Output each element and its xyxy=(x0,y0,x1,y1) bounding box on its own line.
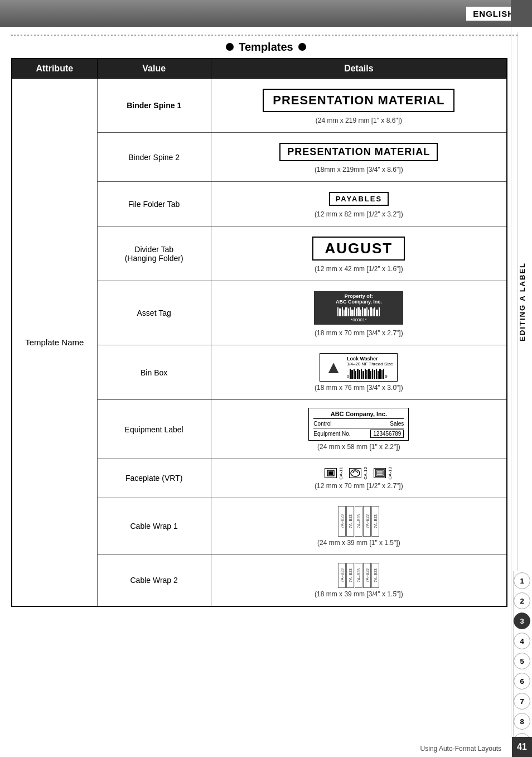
cable-strip2-2: 7A–B23 xyxy=(346,563,354,588)
details-equipment: ABC Company, Inc. Control Sales Equipmen… xyxy=(211,400,507,459)
value-filefolder: File Folder Tab xyxy=(97,182,211,226)
value-faceplate: Faceplate (VRT) xyxy=(97,459,211,498)
cable-strip-1: 7A–B23 xyxy=(338,506,346,537)
page-number: 41 xyxy=(512,737,532,757)
sidebar-num-2[interactable]: 2 xyxy=(514,592,530,609)
sidebar-num-5[interactable]: 5 xyxy=(514,653,530,669)
size-asset: (18 mm x 70 mm [3/4" x 2.7"]) xyxy=(217,329,501,337)
details-binder2: PRESENTATION MATERIAL (18mm x 219mm [3/4… xyxy=(211,133,507,182)
preview-binder2: PRESENTATION MATERIAL xyxy=(279,143,438,161)
preview-filefolder: PAYABLES xyxy=(329,192,389,206)
col-header-value: Value xyxy=(97,59,211,79)
size-binder1: (24 mm x 219 mm [1" x 8.6"]) xyxy=(217,117,501,124)
preview-asset: Property of:ABC Company, Inc. xyxy=(314,291,403,325)
top-header: ENGLISH xyxy=(0,0,532,27)
bullet-right xyxy=(298,43,306,51)
faceplate-icon-1 xyxy=(325,468,337,478)
size-cablewrap2: (18 mm x 39 mm [3/4" x 1.5"]) xyxy=(217,590,501,598)
cable-strip-2: 7A–B23 xyxy=(346,506,354,537)
cable-strip2-1: 7A–B23 xyxy=(338,563,346,588)
table-row: Template Name Binder Spine 1 PRESENTATIO… xyxy=(12,79,507,133)
bottom-caption: Using Auto-Format Layouts xyxy=(420,745,501,753)
value-cablewrap1: Cable Wrap 1 xyxy=(97,498,211,555)
size-binbox: (18 mm x 76 mm [3/4" x 3.0"]) xyxy=(217,384,501,392)
sidebar-num-8[interactable]: 8 xyxy=(514,713,530,730)
value-cablewrap2: Cable Wrap 2 xyxy=(97,555,211,606)
details-asset: Property of:ABC Company, Inc. xyxy=(211,281,507,345)
value-binder1: Binder Spine 1 xyxy=(97,79,211,133)
size-faceplate: (12 mm x 70 mm [1/2" x 2.7"]) xyxy=(217,482,501,490)
preview-equipment: ABC Company, Inc. Control Sales Equipmen… xyxy=(308,408,409,441)
page-title-row: Templates xyxy=(0,41,532,54)
details-cablewrap2: 7A–B23 7A–B23 7A–B23 7A–B23 7A–B23 (18 m… xyxy=(211,555,507,606)
page-title: Templates xyxy=(239,41,293,53)
equip-num-row: Equipment No. 123456789 xyxy=(313,428,404,438)
details-binbox: ▲ Lock Washer 1/4–20 NF Thread Size 0 xyxy=(211,345,507,400)
details-faceplate: CA-11 CA-12 xyxy=(211,459,507,498)
value-binder2: Binder Spine 2 xyxy=(97,133,211,182)
details-divider: AUGUST (12 mm x 42 mm [1/2" x 1.6"]) xyxy=(211,226,507,281)
binbox-barcode: 0 xyxy=(347,368,393,379)
sidebar-num-6[interactable]: 6 xyxy=(514,673,530,690)
cable-strip2-3: 7A–B23 xyxy=(355,563,362,588)
col-header-details: Details xyxy=(211,59,507,79)
faceplate-icon-3 xyxy=(374,468,386,478)
preview-divider: AUGUST xyxy=(312,237,405,261)
col-header-attribute: Attribute xyxy=(12,59,97,79)
size-divider: (12 mm x 42 mm [1/2" x 1.6"]) xyxy=(217,265,501,273)
sidebar-num-1[interactable]: 1 xyxy=(514,572,530,589)
size-cablewrap1: (24 mm x 39 mm [1" x 1.5"]) xyxy=(217,539,501,547)
details-cablewrap1: 7A–B23 7A–B23 7A–B23 7A–B23 7A–B23 (24 m… xyxy=(211,498,507,555)
sidebar-num-3[interactable]: 3 xyxy=(514,613,530,629)
faceplate-icon-2 xyxy=(349,468,361,478)
svg-rect-1 xyxy=(328,471,333,475)
sidebar-num-7[interactable]: 7 xyxy=(514,693,530,710)
right-sidebar: EDITING A LABEL 1 2 3 4 5 6 7 8 9 41 xyxy=(511,0,532,757)
value-asset: Asset Tag xyxy=(97,281,211,345)
value-divider: Divider Tab (Hanging Folder) xyxy=(97,226,211,281)
sidebar-numbers: 1 2 3 4 5 6 7 8 9 xyxy=(513,571,530,757)
preview-cablewrap2: 7A–B23 7A–B23 7A–B23 7A–B23 7A–B23 xyxy=(338,563,379,588)
cable-strip-4: 7A–B23 xyxy=(363,506,371,537)
preview-binbox: ▲ Lock Washer 1/4–20 NF Thread Size 0 xyxy=(320,353,398,382)
faceplate-label-1: CA-11 xyxy=(338,467,344,480)
value-binbox: Bin Box xyxy=(97,345,211,400)
faceplate-label-2: CA-12 xyxy=(363,467,368,480)
dot-separator xyxy=(11,35,521,36)
barcode-bars xyxy=(337,306,380,316)
details-filefolder: PAYABLES (12 mm x 82 mm [1/2" x 3.2"]) xyxy=(211,182,507,226)
sidebar-num-4[interactable]: 4 xyxy=(514,633,530,649)
faceplate-label-3: CA-13 xyxy=(388,467,393,480)
bullet-left xyxy=(226,43,234,51)
faceplate-item-2: CA-12 xyxy=(349,467,368,480)
size-filefolder: (12 mm x 82 mm [1/2" x 3.2"]) xyxy=(217,210,501,218)
cable-strip-5: 7A–B23 xyxy=(371,506,379,537)
cable-strip2-5: 7A–B23 xyxy=(371,563,379,588)
size-equipment: (24 mm x 58 mm [1" x 2.2"]) xyxy=(217,443,501,451)
size-binder2: (18mm x 219mm [3/4" x 8.6"]) xyxy=(217,166,501,173)
templates-table: Attribute Value Details Template Name Bi… xyxy=(11,58,507,607)
sidebar-label-text: EDITING A LABEL xyxy=(518,262,526,341)
value-equipment: Equipment Label xyxy=(97,400,211,459)
faceplate-item-1: CA-11 xyxy=(325,467,344,480)
details-binder1: PRESENTATION MATERIAL (24 mm x 219 mm [1… xyxy=(211,79,507,133)
asset-barcode xyxy=(320,306,398,316)
preview-cablewrap1: 7A–B23 7A–B23 7A–B23 7A–B23 7A–B23 xyxy=(338,506,379,537)
sidebar-top-bar xyxy=(511,0,532,27)
preview-binder1: PRESENTATION MATERIAL xyxy=(263,89,454,112)
attribute-cell: Template Name xyxy=(12,79,97,606)
cable-strip-3: 7A–B23 xyxy=(355,506,362,537)
equip-company: ABC Company, Inc. xyxy=(313,411,404,419)
faceplate-item-3: CA-13 xyxy=(374,467,393,480)
equip-dept-row: Control Sales xyxy=(313,421,404,427)
cable-strip2-4: 7A–B23 xyxy=(363,563,371,588)
preview-faceplate: CA-11 CA-12 xyxy=(325,467,393,480)
binbox-info: Lock Washer 1/4–20 NF Thread Size 0 xyxy=(347,356,393,379)
sidebar-label: EDITING A LABEL xyxy=(518,32,526,571)
binbox-arrow-icon: ▲ xyxy=(325,357,342,378)
